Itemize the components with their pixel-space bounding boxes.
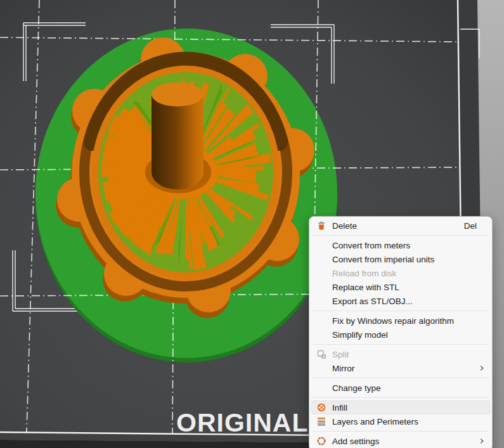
cylinder-body (152, 95, 204, 189)
cylinder-top (152, 82, 204, 106)
menu-item-label: Infill (332, 403, 347, 413)
layers-icon (316, 416, 326, 427)
app-window: { "window": { "width": 795, "height": 70… (0, 0, 504, 448)
menu-item-label: Convert from imperial units (332, 255, 434, 264)
menu-item-label: Delete (332, 221, 357, 231)
blank-icon (316, 330, 326, 340)
menu-item-label: Convert from meters (332, 241, 410, 250)
blank-icon (316, 254, 326, 265)
infill-icon (316, 402, 326, 413)
context-menu: DeleteDelConvert from metersConvert from… (309, 216, 493, 448)
menu-separator (313, 235, 489, 236)
gear-dotted-icon (316, 436, 326, 447)
menu-item-delete[interactable]: DeleteDel (311, 219, 490, 233)
blank-icon (316, 282, 326, 293)
menu-separator (313, 378, 489, 378)
menu-item-label: Split (332, 350, 349, 359)
menu-item-convert-from-meters[interactable]: Convert from meters (311, 238, 490, 252)
menu-item-export-as-stl-obj[interactable]: Export as STL/OBJ... (311, 294, 490, 308)
blank-icon (316, 363, 326, 374)
menu-item-layers-and-perimeters[interactable]: Layers and Perimeters (311, 414, 490, 428)
menu-item-label: Mirror (332, 364, 354, 373)
menu-item-label: Replace with STL (332, 283, 399, 292)
menu-separator (313, 431, 489, 432)
menu-separator (313, 310, 489, 311)
chevron-right-icon (478, 364, 486, 372)
menu-item-label: Export as STL/OBJ... (332, 297, 413, 306)
menu-item-simplify-model[interactable]: Simplify model (311, 328, 490, 342)
menu-item-convert-from-imperial-units[interactable]: Convert from imperial units (311, 252, 490, 266)
shortcut-label: Del (464, 221, 477, 231)
blank-icon (316, 383, 326, 394)
menu-separator (313, 344, 489, 345)
menu-item-label: Add settings (332, 437, 379, 446)
menu-item-reload-from-disk: Reload from disk (311, 266, 490, 280)
menu-item-label: Reload from disk (332, 269, 396, 278)
menu-item-add-settings[interactable]: Add settings (311, 434, 490, 448)
blank-icon (316, 296, 326, 307)
blank-icon (316, 268, 326, 279)
chevron-right-icon (478, 437, 486, 445)
menu-item-replace-with-stl[interactable]: Replace with STL (311, 280, 490, 294)
menu-item-label: Layers and Perimeters (332, 417, 418, 426)
blank-icon (316, 240, 326, 251)
menu-item-fix-by-windows-repair-algorithm[interactable]: Fix by Windows repair algorithm (311, 314, 490, 328)
menu-separator (313, 397, 489, 398)
menu-item-infill[interactable]: Infill (311, 400, 490, 414)
menu-item-split: pSplit (311, 347, 490, 361)
split-icon: p (316, 349, 326, 360)
menu-item-label: Fix by Windows repair algorithm (332, 316, 454, 326)
menu-item-label: Change type (332, 383, 381, 393)
trash-icon (316, 221, 326, 231)
menu-item-change-type[interactable]: Change type (311, 381, 490, 395)
plate-brand-label: ORIGINAL (176, 408, 308, 437)
menu-item-label: Simplify model (332, 330, 388, 340)
menu-item-mirror[interactable]: Mirror (311, 361, 490, 375)
blank-icon (316, 316, 326, 326)
